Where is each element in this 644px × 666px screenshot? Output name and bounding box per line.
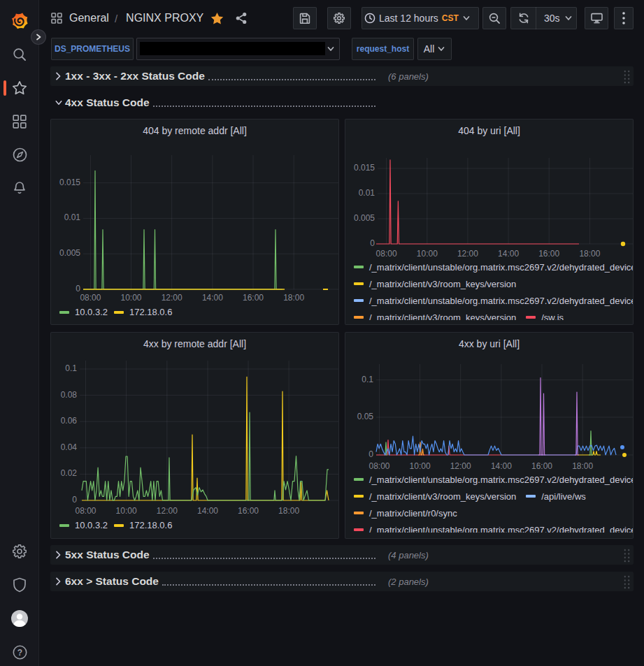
svg-text:?: ? bbox=[17, 648, 22, 658]
